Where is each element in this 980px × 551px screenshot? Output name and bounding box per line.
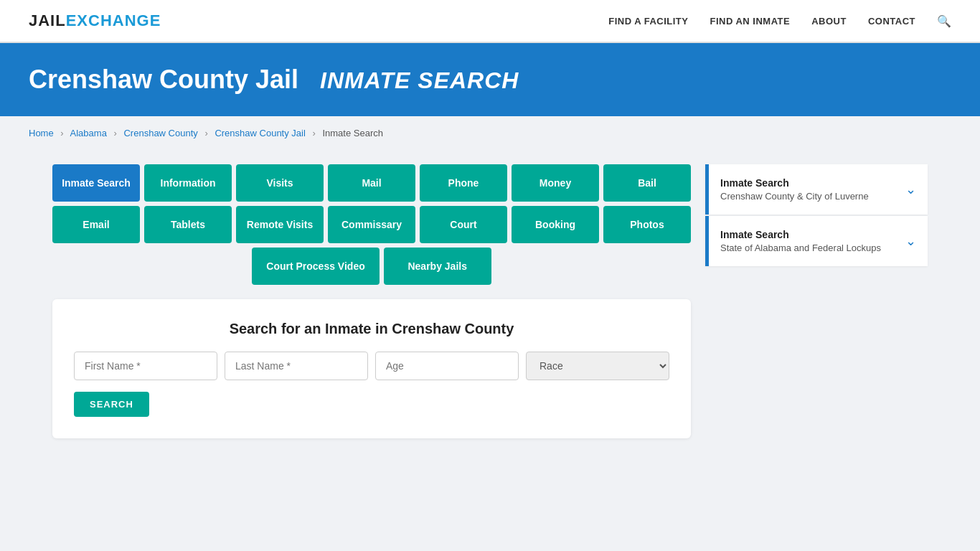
search-card: Search for an Inmate in Crenshaw County … [52,299,691,438]
last-name-input[interactable] [225,352,368,380]
first-name-input[interactable] [74,352,217,380]
tab-email[interactable]: Email [52,206,140,243]
search-button[interactable]: SEARCH [74,392,149,417]
race-select[interactable]: Race White Black Hispanic Asian Other [526,352,669,380]
tab-information[interactable]: Information [144,164,232,202]
breadcrumb-sep-2: › [114,128,117,138]
logo-part1: JAIL [29,11,66,29]
sidebar-item-state-title: Inmate Search [720,229,881,240]
chevron-down-icon: ⌄ [905,182,916,197]
nav-contact[interactable]: CONTACT [868,16,915,27]
tab-nearby-jails[interactable]: Nearby Jails [384,248,491,285]
breadcrumb-county[interactable]: Crenshaw County [123,128,197,138]
logo-part2: EXCHANGE [66,11,161,29]
tab-money[interactable]: Money [512,164,599,202]
nav-find-inmate[interactable]: FIND AN INMATE [710,16,790,27]
tab-inmate-search[interactable]: Inmate Search [52,164,140,202]
sidebar-item-state-subtitle: State of Alabama and Federal Lockups [720,242,881,253]
page-heading: Crenshaw County Jail INMATE SEARCH [29,65,951,95]
content-area: Inmate Search Information Visits Mail Ph… [24,150,956,453]
logo[interactable]: JAILEXCHANGE [29,11,161,30]
sidebar-item-county[interactable]: Inmate Search Crenshaw County & City of … [705,164,928,215]
hero-banner: Crenshaw County Jail INMATE SEARCH [0,43,980,116]
search-title: Search for an Inmate in Crenshaw County [74,321,669,337]
tab-phone[interactable]: Phone [420,164,507,202]
search-icon[interactable]: 🔍 [937,15,951,27]
nav-find-facility[interactable]: FIND A FACILITY [608,16,688,27]
nav-links: FIND A FACILITY FIND AN INMATE ABOUT CON… [608,14,951,28]
tabs-row1: Inmate Search Information Visits Mail Ph… [52,164,691,202]
tab-booking[interactable]: Booking [512,206,599,243]
breadcrumb-alabama[interactable]: Alabama [70,128,107,138]
tab-photos[interactable]: Photos [603,206,691,243]
sidebar-item-state-text: Inmate Search State of Alabama and Feder… [720,229,881,253]
tab-tablets[interactable]: Tablets [144,206,232,243]
sidebar-item-county-text: Inmate Search Crenshaw County & City of … [720,177,869,202]
tab-mail[interactable]: Mail [328,164,415,202]
sidebar-item-county-subtitle: Crenshaw County & City of Luverne [720,191,869,202]
navbar: JAILEXCHANGE FIND A FACILITY FIND AN INM… [0,0,980,43]
main-section: Inmate Search Information Visits Mail Ph… [52,164,691,438]
breadcrumb-sep-3: › [204,128,207,138]
search-form: Race White Black Hispanic Asian Other [74,352,669,380]
sidebar: Inmate Search Crenshaw County & City of … [705,164,928,438]
breadcrumb-current: Inmate Search [322,128,383,138]
breadcrumb-home[interactable]: Home [29,128,54,138]
tab-commissary[interactable]: Commissary [328,206,415,243]
tab-bail[interactable]: Bail [603,164,691,202]
nav-about[interactable]: ABOUT [811,16,847,27]
tab-court-process-video[interactable]: Court Process Video [252,248,379,285]
chevron-down-icon-2: ⌄ [905,233,916,249]
tabs-row2: Email Tablets Remote Visits Commissary C… [52,206,691,243]
breadcrumb-sep-4: › [312,128,315,138]
tab-remote-visits[interactable]: Remote Visits [236,206,324,243]
sidebar-item-state[interactable]: Inmate Search State of Alabama and Feder… [705,216,928,266]
hero-title-bold: Crenshaw County Jail [29,65,298,94]
tab-visits[interactable]: Visits [236,164,324,202]
age-input[interactable] [375,352,519,380]
tabs-row3: Court Process Video Nearby Jails [52,248,691,285]
breadcrumb-sep-1: › [60,128,63,138]
sidebar-item-county-title: Inmate Search [720,177,869,189]
breadcrumb-jail[interactable]: Crenshaw County Jail [215,128,305,138]
tab-court[interactable]: Court [420,206,507,243]
breadcrumb: Home › Alabama › Crenshaw County › Crens… [0,116,980,150]
hero-title-italic: INMATE SEARCH [320,67,519,93]
